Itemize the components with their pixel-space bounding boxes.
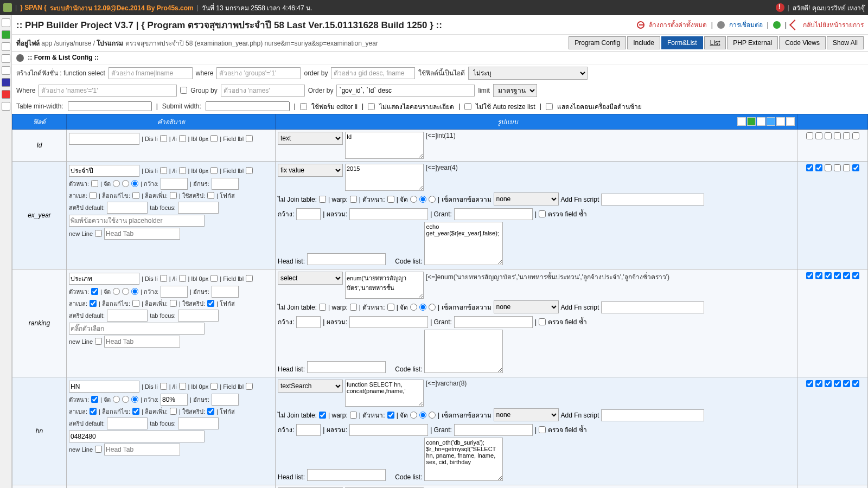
nojoin-check[interactable]	[319, 304, 326, 311]
submit-input[interactable]	[206, 101, 290, 111]
opt4-check[interactable]	[546, 103, 553, 110]
tabfocus-input[interactable]	[178, 202, 219, 214]
row-check-5[interactable]	[852, 164, 859, 171]
codelist-text[interactable]	[424, 330, 503, 373]
back-link[interactable]: กลับไปยังหน้ารายการ	[803, 20, 864, 30]
opt3-check[interactable]	[464, 103, 471, 110]
lbl0-check[interactable]	[210, 275, 218, 282]
type-select[interactable]: fix value	[278, 164, 343, 177]
sli-check[interactable]	[179, 167, 186, 174]
grid-tool-3[interactable]	[757, 117, 765, 126]
warp-check[interactable]	[350, 304, 357, 311]
lbl0-check[interactable]	[210, 135, 218, 142]
checkdata-select[interactable]: none	[494, 192, 559, 206]
headlist-input[interactable]	[307, 253, 386, 265]
lockadd-check[interactable]	[170, 192, 177, 199]
refresh-icon[interactable]	[773, 21, 781, 29]
bold-check[interactable]	[91, 396, 98, 403]
lbl0-check[interactable]	[210, 167, 218, 174]
checkdata-select[interactable]: none	[494, 408, 559, 421]
headtab-input[interactable]	[104, 336, 180, 348]
align-radio-3[interactable]	[131, 180, 138, 187]
width-input[interactable]	[161, 286, 188, 298]
tabfocus-input[interactable]	[178, 418, 219, 429]
grant-input[interactable]	[454, 208, 533, 220]
checkdup-check[interactable]	[539, 426, 546, 433]
width-input[interactable]	[161, 394, 188, 406]
grid-tool-5[interactable]	[776, 117, 785, 126]
type-text[interactable]: Id	[345, 132, 424, 159]
headtab-input[interactable]	[104, 228, 180, 240]
falign-1[interactable]	[410, 196, 417, 203]
toolbar-icon-3[interactable]	[2, 42, 10, 51]
row-check-3[interactable]	[834, 164, 841, 171]
lockedit-check[interactable]	[132, 192, 139, 199]
fieldlbl-check[interactable]	[246, 167, 253, 174]
falign-2[interactable]	[419, 304, 426, 311]
row-check-3[interactable]	[834, 132, 841, 139]
checkdata-select[interactable]: none	[494, 300, 559, 313]
row-check-2[interactable]	[825, 132, 832, 139]
fwidth-input[interactable]	[296, 208, 321, 220]
checkdup-check[interactable]	[539, 318, 546, 325]
row-check-1[interactable]	[815, 272, 822, 279]
type-text[interactable]: 2015	[345, 164, 424, 191]
fn-select-input[interactable]	[108, 67, 193, 79]
row-check-5[interactable]	[852, 272, 859, 279]
type-select[interactable]: text	[278, 132, 343, 145]
disli-check[interactable]	[160, 275, 167, 282]
sli-check[interactable]	[179, 383, 186, 390]
fbold-check[interactable]	[387, 304, 394, 311]
minwidth-input[interactable]	[68, 101, 152, 111]
row-check-1[interactable]	[815, 132, 822, 139]
toolbar-icon-5[interactable]	[2, 66, 10, 75]
script-check[interactable]	[207, 192, 214, 199]
addfn-input[interactable]	[601, 409, 704, 421]
falign-3[interactable]	[429, 412, 436, 419]
align-radio-1[interactable]	[113, 396, 120, 403]
fwidth-input[interactable]	[296, 316, 321, 328]
codelist-text[interactable]: echo get_year($r[ex_year],false);	[424, 222, 503, 265]
placeholder-input[interactable]	[69, 215, 205, 227]
placeholder-input[interactable]	[69, 431, 205, 442]
toolbar-icon-7[interactable]	[2, 90, 10, 99]
align-radio-2[interactable]	[122, 288, 129, 295]
lockedit-check[interactable]	[132, 408, 139, 415]
groupby-check[interactable]	[180, 87, 187, 94]
align-radio-2[interactable]	[122, 396, 129, 403]
lockadd-check[interactable]	[170, 408, 177, 415]
falign-3[interactable]	[429, 196, 436, 203]
align-radio-3[interactable]	[131, 288, 138, 295]
row-check-2[interactable]	[825, 272, 832, 279]
lockadd-check[interactable]	[170, 300, 177, 307]
groupby-input[interactable]	[221, 85, 305, 97]
type-select[interactable]: textSearch	[278, 380, 343, 393]
sum-input[interactable]	[349, 208, 428, 220]
label-check[interactable]	[90, 300, 97, 307]
toolbar-icon-4[interactable]	[2, 54, 10, 63]
falign-2[interactable]	[419, 412, 426, 419]
newline-check[interactable]	[95, 230, 102, 237]
fbold-check[interactable]	[387, 412, 394, 419]
chars-input[interactable]	[212, 178, 239, 190]
headlist-input[interactable]	[307, 469, 386, 481]
disli-check[interactable]	[160, 383, 167, 390]
toolbar-icon-2[interactable]	[2, 30, 10, 39]
tab-showall[interactable]: Show All	[827, 36, 864, 49]
field-title-input[interactable]	[69, 381, 139, 393]
tabfocus-input[interactable]	[178, 310, 219, 322]
falign-1[interactable]	[410, 304, 417, 311]
falign-1[interactable]	[410, 412, 417, 419]
headtab-input[interactable]	[104, 444, 180, 455]
row-check-0[interactable]	[806, 164, 813, 171]
sli-check[interactable]	[179, 135, 186, 142]
fieldlbl-check[interactable]	[246, 383, 253, 390]
where-input[interactable]	[216, 67, 301, 79]
row-check-2[interactable]	[825, 380, 832, 387]
nojoin-check[interactable]	[319, 196, 326, 203]
scriptdef-input[interactable]	[107, 418, 148, 429]
grid-tool-2[interactable]	[747, 117, 756, 126]
scriptdef-input[interactable]	[107, 202, 148, 214]
grant-input[interactable]	[454, 424, 533, 436]
where2-input[interactable]	[39, 85, 177, 97]
